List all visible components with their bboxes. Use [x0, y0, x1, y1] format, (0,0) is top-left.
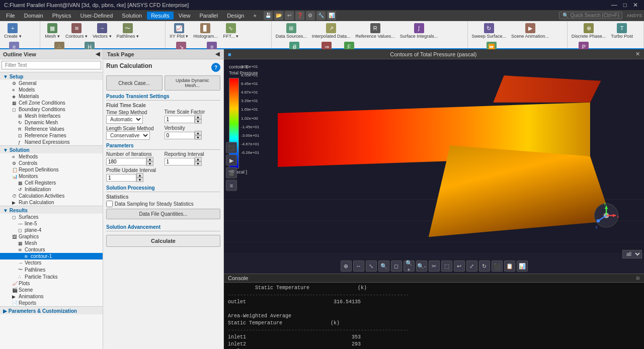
menu-design[interactable]: Design [223, 12, 248, 20]
toolbar-icon-3[interactable]: ↩ [285, 11, 294, 20]
vp-bottom-2[interactable]: ↔ [353, 260, 364, 272]
tree-vectors-results[interactable]: →Vectors [0, 259, 103, 266]
tree-general[interactable]: ⚙General [0, 80, 103, 86]
ribbon-btn-surface-integrals[interactable]: ∫ Surface Integrals... [398, 22, 440, 40]
ribbon-btn-sweep[interactable]: ↻ Sweep Surface... [470, 22, 509, 40]
minimize-btn[interactable]: — [609, 2, 619, 9]
data-sampling-checkbox[interactable] [106, 201, 113, 207]
reporting-interval-input[interactable] [165, 158, 195, 165]
vp-bottom-9[interactable]: ⬚ [441, 260, 452, 272]
vp-bottom-4[interactable]: 🔍 [378, 260, 389, 272]
tree-dynamic-mesh[interactable]: ↻Dynamic Mesh [0, 119, 103, 126]
vp-bottom-6[interactable]: 🔍+ [404, 260, 415, 272]
ribbon-btn-fft[interactable]: ∿ FFT... ▾ [221, 22, 241, 40]
menu-parallel[interactable]: Parallel [195, 12, 222, 20]
tree-calc-activities[interactable]: ⏱Calculation Activities [0, 193, 103, 199]
profile-update-input[interactable] [106, 174, 136, 182]
time-scale-up[interactable]: ▲ [195, 115, 202, 119]
vp-bottom-1[interactable]: ⊕ [341, 260, 352, 272]
tree-controls[interactable]: ⚙Controls [0, 160, 103, 166]
update-dynamic-mesh-btn[interactable]: Update Dynamic Mesh... [165, 75, 221, 91]
tree-plane4[interactable]: ◻plane-4 [0, 227, 103, 233]
ribbon-btn-mesh[interactable]: ▦ Mesh ▾ [42, 22, 62, 40]
menu-user-defined[interactable]: User-Defined [76, 12, 117, 20]
num-iter-input[interactable] [106, 158, 146, 165]
ribbon-btn-create[interactable]: + Create ▾ [2, 22, 24, 40]
ribbon-btn-scene-anim[interactable]: ▶ Scene Animation... [509, 22, 551, 40]
menu-domain[interactable]: Domain [20, 12, 47, 20]
ribbon-btn-pathlines[interactable]: 〜 Pathlines ▾ [115, 22, 141, 40]
tree-particle-results[interactable]: ∴Particle Tracks [0, 274, 103, 280]
toolbar-icon-2[interactable]: 📂 [274, 11, 283, 20]
tree-plots-results[interactable]: 📈Plots [0, 280, 103, 287]
tree-boundary[interactable]: ◻Boundary Conditions [0, 106, 103, 113]
ribbon-btn-vectors[interactable]: → Vectors ▾ [91, 22, 114, 40]
menu-results[interactable]: Results [147, 12, 174, 20]
tree-methods[interactable]: ≡Methods [0, 153, 103, 160]
reporting-interval-up[interactable]: ▲ [195, 157, 202, 161]
verbosity-down[interactable]: ▼ [195, 135, 202, 140]
vp-btn-2[interactable]: ▶ [226, 155, 237, 166]
ribbon-btn-refvalues[interactable]: R Reference Values... [353, 22, 396, 40]
tree-scene[interactable]: 🎬Scene [0, 287, 103, 293]
vp-btn-3[interactable]: 🎬 [226, 167, 237, 179]
tree-animations[interactable]: ▶Animations [0, 293, 103, 300]
tree-cell-registers[interactable]: ▦Cell Registers [0, 180, 103, 186]
vp-bottom-5[interactable]: ◻ [391, 260, 402, 272]
toolbar-icon-6[interactable]: 🔧 [316, 11, 326, 20]
length-scale-select[interactable]: Conservative [106, 131, 150, 140]
tree-contour1[interactable]: ≋contour-1 [0, 253, 103, 259]
section-params[interactable]: ▶ Parameters & Customization [0, 306, 103, 314]
viewport-canvas[interactable]: z x y contour-1 Total Pressure 9.55e+01 … [224, 59, 644, 274]
verbosity-input[interactable] [165, 132, 195, 139]
num-iter-down[interactable]: ▼ [146, 161, 153, 166]
tree-ref-frames[interactable]: ⊡Reference Frames [0, 132, 103, 139]
tree-mesh-interfaces[interactable]: ⊞Mesh Interfaces [0, 113, 103, 119]
tree-materials[interactable]: ◈Materials [0, 93, 103, 100]
vp-bottom-14[interactable]: 📋 [504, 260, 515, 272]
data-file-btn[interactable]: Data File Quantities... [106, 209, 220, 219]
viewport-close-btn[interactable]: ✕ [635, 51, 640, 57]
vp-bottom-13[interactable]: ⬛ [492, 260, 503, 272]
tree-named-expr[interactable]: ƒNamed Expressions [0, 139, 103, 145]
toolbar-icon-1[interactable]: 💾 [264, 11, 273, 20]
menu-view[interactable]: View [175, 12, 195, 20]
ribbon-btn-turbopost[interactable]: T Turbo Post [609, 22, 635, 40]
ribbon-btn-discrete[interactable]: ⊕ Discrete Phase... [570, 22, 608, 40]
vp-bottom-15[interactable]: 📊 [517, 260, 528, 272]
ribbon-btn-xyplot[interactable]: 📈 XY Plot ▾ [168, 22, 190, 40]
tree-mesh-graphics[interactable]: ▦Mesh [0, 240, 103, 246]
vp-bottom-12[interactable]: ↻ [479, 260, 490, 272]
tree-models[interactable]: ≡Models [0, 86, 103, 93]
console-text[interactable]: Static Temperature (k) -----------------… [224, 283, 644, 349]
time-step-select[interactable]: Automatic [106, 115, 143, 124]
ribbon-btn-interpolated[interactable]: ↗ Interpolated Data... [310, 22, 353, 40]
tree-graphics[interactable]: 🖼Graphics [0, 233, 103, 240]
filter-input[interactable] [2, 61, 101, 69]
tree-monitors[interactable]: 📊Monitors [0, 173, 103, 180]
tree-surfaces[interactable]: ◻Surfaces [0, 214, 103, 220]
tree-reports[interactable]: 📄Reports [0, 300, 103, 306]
ribbon-btn-contours[interactable]: ≋ Contours ▾ [63, 22, 90, 40]
vp-btn-4[interactable]: ≡ [226, 180, 237, 191]
calculate-btn[interactable]: Calculate [106, 235, 220, 247]
tree-contours-node[interactable]: ≋Contours [0, 246, 103, 253]
menu-solution[interactable]: Solution [118, 12, 146, 20]
all-dropdown[interactable]: all [622, 250, 642, 258]
vp-bottom-10[interactable]: ↩ [454, 260, 465, 272]
toolbar-icon-5[interactable]: ⚙ [306, 11, 315, 20]
toolbar-icon-4[interactable]: ❓ [295, 11, 304, 20]
outline-collapse-btn[interactable]: ◀ [96, 51, 100, 57]
num-iter-up[interactable]: ▲ [146, 157, 153, 161]
reporting-interval-down[interactable]: ▼ [195, 161, 202, 166]
ribbon-btn-datasources[interactable]: ⊞ Data Sources... [274, 22, 309, 40]
section-results[interactable]: ▼ Results [0, 206, 103, 214]
profile-update-up[interactable]: ▲ [136, 173, 143, 178]
menu-plus[interactable]: + [249, 12, 260, 20]
vp-bottom-11[interactable]: ⤢ [466, 260, 477, 272]
time-scale-input[interactable] [165, 116, 195, 123]
check-case-btn[interactable]: Check Case... [106, 75, 163, 91]
tree-run-calc[interactable]: ▶Run Calculation [0, 199, 103, 206]
help-btn[interactable]: ? [211, 63, 220, 72]
vp-bottom-3[interactable]: ⤡ [366, 260, 377, 272]
